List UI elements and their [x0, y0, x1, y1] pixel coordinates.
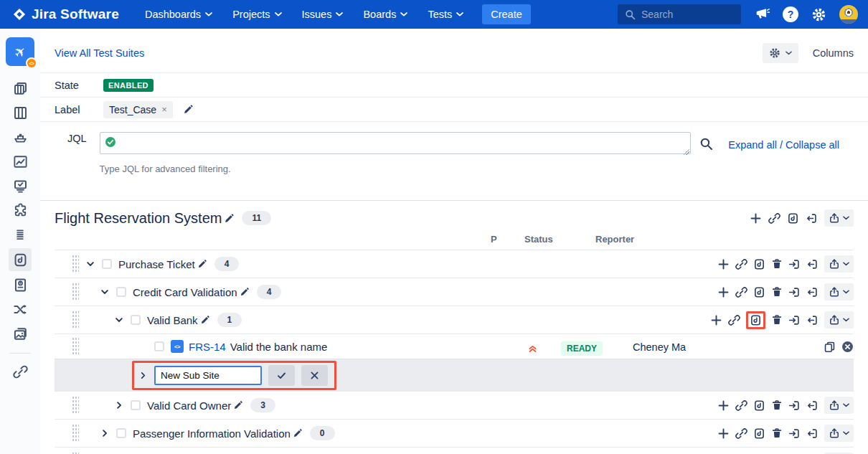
link-icon[interactable]: [735, 258, 747, 270]
add-icon[interactable]: [717, 286, 730, 298]
global-search[interactable]: [618, 4, 741, 24]
user-avatar[interactable]: [839, 5, 858, 24]
add-icon[interactable]: [717, 427, 730, 440]
sidebar-item-releases[interactable]: [9, 126, 32, 148]
sidebar-item-board[interactable]: [9, 102, 32, 123]
chevron-down-icon[interactable]: [100, 287, 110, 297]
gear-icon[interactable]: [811, 7, 826, 22]
import-icon[interactable]: [806, 314, 819, 326]
move-in-icon[interactable]: [788, 399, 801, 412]
edit-pencil-icon[interactable]: [293, 428, 303, 438]
suite-name[interactable]: Valid Card Owner: [147, 399, 231, 412]
project-avatar[interactable]: ✈ <>: [6, 37, 34, 66]
link-icon[interactable]: [735, 427, 747, 440]
export-dropdown-button[interactable]: [824, 425, 854, 442]
export-dropdown-button[interactable]: [824, 255, 854, 273]
export-dropdown-button[interactable]: [824, 311, 854, 328]
chip-remove-icon[interactable]: ×: [161, 104, 167, 115]
edit-labels-icon[interactable]: [183, 104, 194, 115]
link-icon[interactable]: [735, 399, 747, 412]
jira-brand[interactable]: Jira Software: [13, 6, 119, 22]
confirm-button[interactable]: [268, 365, 295, 386]
drag-handle-icon[interactable]: [72, 396, 79, 415]
move-in-icon[interactable]: [788, 427, 801, 440]
row-checkbox[interactable]: [131, 400, 141, 410]
import-icon[interactable]: [806, 399, 819, 412]
create-button[interactable]: Create: [482, 4, 531, 24]
issue-key-link[interactable]: FRS-14: [189, 341, 226, 353]
drag-handle-icon[interactable]: [72, 424, 79, 443]
sidebar-item-test-suites[interactable]: [9, 248, 32, 271]
settings-dropdown-button[interactable]: [763, 43, 798, 63]
nav-boards[interactable]: Boards: [363, 9, 407, 20]
edit-pencil-icon[interactable]: [233, 400, 243, 410]
chevron-down-icon[interactable]: [85, 259, 95, 269]
chevron-right-icon[interactable]: [114, 400, 124, 410]
row-checkbox[interactable]: [154, 341, 164, 351]
clone-icon[interactable]: [824, 341, 836, 353]
sidebar-item-reports[interactable]: [9, 151, 32, 172]
jql-input[interactable]: [100, 132, 691, 154]
copy-suite-icon[interactable]: [787, 212, 799, 224]
export-dropdown-button[interactable]: [824, 283, 854, 301]
edit-pencil-icon[interactable]: [240, 287, 250, 297]
import-icon[interactable]: [806, 258, 819, 270]
drag-handle-icon[interactable]: [72, 283, 79, 301]
help-icon[interactable]: ?: [783, 6, 798, 22]
suite-name[interactable]: Passenger Information Validation: [133, 427, 291, 440]
columns-button[interactable]: Columns: [813, 47, 854, 59]
link-icon[interactable]: [768, 212, 780, 224]
add-icon[interactable]: [717, 399, 730, 412]
export-dropdown-button[interactable]: [824, 397, 854, 414]
import-icon[interactable]: [806, 212, 818, 224]
import-icon[interactable]: [806, 427, 819, 440]
copy-suite-icon[interactable]: [753, 258, 765, 270]
copy-suite-icon[interactable]: [753, 399, 765, 412]
add-icon[interactable]: [750, 212, 762, 224]
chevron-down-icon[interactable]: [114, 315, 124, 325]
add-icon[interactable]: [717, 258, 730, 270]
sidebar-item-backlog[interactable]: [9, 77, 32, 99]
move-in-icon[interactable]: [788, 286, 801, 298]
suite-name[interactable]: Valid Bank: [147, 314, 198, 326]
copy-suite-icon[interactable]: [750, 314, 762, 326]
delete-icon[interactable]: [771, 399, 783, 411]
copy-suite-icon[interactable]: [753, 286, 765, 298]
move-in-icon[interactable]: [788, 314, 801, 326]
suite-name[interactable]: Purchase Ticket: [118, 258, 195, 270]
new-suite-name-input[interactable]: [154, 366, 262, 385]
sidebar-item-test-plans[interactable]: [9, 274, 32, 295]
delete-icon[interactable]: [771, 258, 783, 270]
copy-suite-icon[interactable]: [753, 427, 765, 440]
delete-icon[interactable]: [771, 286, 783, 298]
expand-collapse-links[interactable]: Expand all / Collapse all: [728, 139, 839, 151]
nav-projects[interactable]: Projects: [232, 9, 281, 20]
row-checkbox[interactable]: [131, 315, 141, 325]
sidebar-item-addons[interactable]: [9, 199, 32, 221]
move-in-icon[interactable]: [788, 258, 801, 270]
view-all-test-suites-link[interactable]: View All Test Suites: [55, 47, 144, 59]
export-dropdown-button[interactable]: [824, 209, 854, 227]
nav-tests[interactable]: Tests: [428, 9, 463, 20]
delete-icon[interactable]: [771, 427, 783, 439]
sidebar-item-queues[interactable]: [9, 224, 32, 245]
issue-summary[interactable]: Valid the bank name: [230, 341, 328, 353]
edit-pencil-icon[interactable]: [197, 259, 207, 269]
edit-pencil-icon[interactable]: [200, 315, 210, 325]
link-icon[interactable]: [728, 314, 740, 326]
import-icon[interactable]: [806, 286, 819, 298]
row-checkbox[interactable]: [116, 287, 126, 297]
link-icon[interactable]: [735, 286, 747, 298]
run-jql-search-icon[interactable]: [699, 137, 713, 151]
sidebar-item-issues[interactable]: [9, 175, 32, 197]
row-checkbox[interactable]: [102, 259, 112, 269]
drag-handle-icon[interactable]: [72, 255, 79, 273]
edit-suite-icon[interactable]: [224, 213, 235, 224]
announcements-icon[interactable]: [754, 6, 770, 22]
drag-handle-icon[interactable]: [72, 337, 79, 356]
chevron-right-icon[interactable]: [138, 371, 148, 380]
remove-icon[interactable]: [841, 341, 854, 353]
delete-icon[interactable]: [771, 314, 783, 326]
sidebar-item-links[interactable]: [9, 361, 32, 382]
suite-name[interactable]: Credit Card Validation: [133, 286, 237, 298]
